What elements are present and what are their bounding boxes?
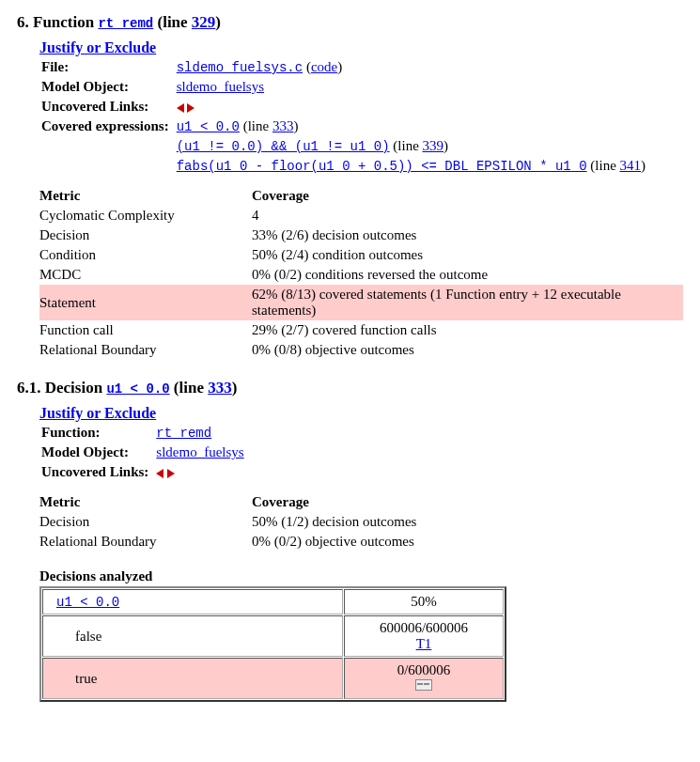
dec-true-count: 0/600006 xyxy=(397,662,451,677)
expr1-link[interactable]: u1 < 0.0 xyxy=(177,119,240,134)
dec-false-count: 600006/600006 xyxy=(380,620,468,635)
section61-metric-table: Metric Coverage Decision50% (1/2) decisi… xyxy=(39,492,422,552)
prev-arrow-icon[interactable] xyxy=(177,99,184,114)
section61-heading: 6.1. Decision u1 < 0.0 (line 333) xyxy=(17,379,683,397)
dec-percent: 50% xyxy=(344,589,504,614)
function-link[interactable]: rt_remd xyxy=(156,426,211,441)
metric-header: Metric xyxy=(39,492,252,512)
func-name-link[interactable]: rt_remd xyxy=(98,16,153,31)
model-object-link[interactable]: sldemo_fuelsys xyxy=(177,79,264,94)
justify-exclude-link[interactable]: Justify or Exclude xyxy=(39,39,156,55)
next-arrow-icon[interactable] xyxy=(167,464,175,479)
table-row: Function call29% (2/7) covered function … xyxy=(39,320,683,340)
model-object-label: Model Object: xyxy=(41,78,175,96)
dec-false-label: false xyxy=(42,615,343,657)
decisions-analyzed-label: Decisions analyzed xyxy=(39,568,683,584)
file-label: File: xyxy=(41,58,175,76)
line-329-link[interactable]: 329 xyxy=(192,13,216,31)
decision-expr-link[interactable]: u1 < 0.0 xyxy=(106,381,169,397)
table-row: Condition50% (2/4) condition outcomes xyxy=(39,245,683,265)
expr2-line-link[interactable]: 339 xyxy=(423,138,444,153)
expr3-link[interactable]: fabs(u1_0 - floor(u1_0 + 0.5)) <= DBL_EP… xyxy=(177,159,587,174)
table-row: Cyclomatic Complexity4 xyxy=(39,206,683,225)
coverage-header: Coverage xyxy=(252,186,683,206)
prev-arrow-icon[interactable] xyxy=(156,464,163,479)
section61-meta-table: Function: rt_remd Model Object: sldemo_f… xyxy=(39,422,252,483)
line-333-link[interactable]: 333 xyxy=(208,379,232,397)
coverage-header: Coverage xyxy=(252,492,422,512)
covered-expressions-label: Covered expressions: xyxy=(41,117,175,135)
section6-metric-table: Metric Coverage Cyclomatic Complexity4 D… xyxy=(39,186,683,360)
uncovered-links-label: Uncovered Links: xyxy=(41,98,175,116)
table-row-highlighted: Statement62% (8/13) covered statements (… xyxy=(39,285,683,320)
model-object-link-2[interactable]: sldemo_fuelsys xyxy=(156,444,243,459)
metric-header: Metric xyxy=(39,186,252,206)
file-link[interactable]: sldemo_fuelsys.c xyxy=(177,60,303,75)
section6-heading: 6. Function rt_remd (line 329) xyxy=(17,13,683,32)
function-label: Function: xyxy=(41,424,154,442)
next-arrow-icon[interactable] xyxy=(187,99,194,114)
model-object-label-2: Model Object: xyxy=(41,443,154,461)
expr1-line-link[interactable]: 333 xyxy=(272,118,294,133)
justify-exclude-link-2[interactable]: Justify or Exclude xyxy=(39,405,156,421)
expr3-line-link[interactable]: 341 xyxy=(620,158,642,173)
dec-true-label: true xyxy=(42,658,343,699)
expr2-link[interactable]: (u1 != 0.0) && (u1 != u1_0) xyxy=(177,139,390,154)
table-row: Relational Boundary0% (0/8) objective ou… xyxy=(39,340,683,360)
t1-link[interactable]: T1 xyxy=(416,636,432,651)
table-row: Relational Boundary0% (0/2) objective ou… xyxy=(39,532,422,552)
section6-meta-table: File: sldemo_fuelsys.c (code) Model Obje… xyxy=(39,56,653,177)
decisions-analyzed-table: u1 < 0.0 50% false 600006/600006 T1 true… xyxy=(39,586,506,702)
table-row: Decision33% (2/6) decision outcomes xyxy=(39,225,683,245)
table-row: MCDC0% (0/2) conditions reversed the out… xyxy=(39,265,683,285)
uncovered-links-label-2: Uncovered Links: xyxy=(41,463,154,481)
dec-cond-link[interactable]: u1 < 0.0 xyxy=(56,595,119,610)
code-link[interactable]: code xyxy=(311,59,337,74)
table-row: Decision50% (1/2) decision outcomes xyxy=(39,512,422,532)
expand-icon[interactable] xyxy=(415,678,432,693)
